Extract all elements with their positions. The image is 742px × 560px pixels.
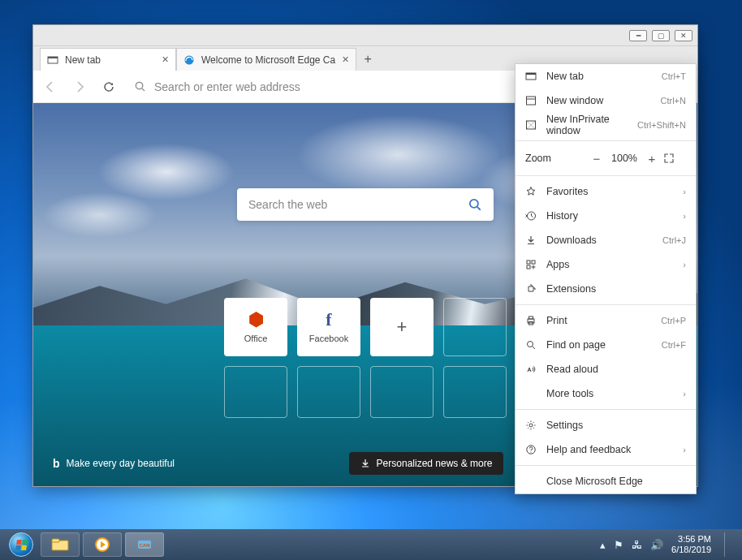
chevron-right-icon: › <box>683 187 686 196</box>
print-icon <box>525 315 538 326</box>
minimize-button[interactable]: ━ <box>629 30 647 41</box>
facebook-icon: f <box>326 311 331 329</box>
menu-new-window[interactable]: New window Ctrl+N <box>516 88 696 113</box>
window-titlebar: ━ ▢ ✕ <box>33 25 697 46</box>
close-window-button[interactable]: ✕ <box>675 30 692 41</box>
menu-apps[interactable]: Apps › <box>516 252 696 277</box>
tray-flag-icon[interactable]: ⚑ <box>614 539 623 551</box>
ntp-search-box[interactable]: Search the web <box>237 188 494 221</box>
office-icon: ⬢ <box>248 311 264 329</box>
menu-settings[interactable]: Settings <box>516 413 696 437</box>
bing-tagline: Make every day beautiful <box>67 458 175 469</box>
menu-find[interactable]: Find on page Ctrl+F <box>516 333 696 357</box>
zoom-out-button[interactable]: − <box>585 152 608 166</box>
tile-placeholder <box>443 298 507 356</box>
search-icon <box>468 197 482 212</box>
menu-zoom: Zoom − 100% + <box>516 144 696 172</box>
chevron-right-icon: › <box>683 445 686 454</box>
tile-placeholder <box>443 366 507 418</box>
maximize-button[interactable]: ▢ <box>652 30 670 41</box>
menu-more-tools[interactable]: More tools › <box>516 381 696 406</box>
history-icon <box>525 210 538 222</box>
clock-date: 6/18/2019 <box>671 545 711 555</box>
svg-point-12 <box>470 200 478 208</box>
taskbar: CAN ▴ ⚑ 🖧 🔊 3:56 PM 6/18/2019 <box>0 529 742 560</box>
show-desktop-button[interactable] <box>724 532 732 557</box>
tray-network-icon[interactable]: 🖧 <box>632 539 642 551</box>
svg-rect-1 <box>48 57 58 58</box>
bing-icon: b <box>53 457 60 470</box>
menu-read-aloud[interactable]: Read aloud <box>516 357 696 381</box>
address-placeholder: Search or enter web address <box>154 80 300 93</box>
tray-chevron-icon[interactable]: ▴ <box>600 539 606 551</box>
menu-inprivate[interactable]: New InPrivate window Ctrl+Shift+N <box>516 113 696 137</box>
svg-line-4 <box>142 88 145 91</box>
svg-rect-32 <box>52 539 59 542</box>
top-sites: ⬢ Office f Facebook + <box>224 298 507 418</box>
menu-history[interactable]: History › <box>516 204 696 228</box>
menu-new-tab[interactable]: New tab Ctrl+T <box>516 64 696 88</box>
start-button[interactable] <box>5 532 37 557</box>
back-button[interactable] <box>41 78 59 96</box>
new-tab-button[interactable]: + <box>356 48 379 71</box>
svg-rect-21 <box>532 261 535 264</box>
svg-rect-15 <box>526 73 536 75</box>
tab-label: Welcome to Microsoft Edge Ca <box>201 54 335 66</box>
address-bar[interactable]: Search or enter web address <box>129 80 559 93</box>
tile-add[interactable]: + <box>370 298 434 356</box>
news-label: Personalized news & more <box>377 458 493 469</box>
news-button[interactable]: Personalized news & more <box>349 452 504 475</box>
download-icon <box>525 235 538 246</box>
tile-label: Facebook <box>309 334 348 343</box>
read-aloud-icon <box>525 364 538 375</box>
tile-placeholder <box>297 366 360 418</box>
forward-button[interactable] <box>71 78 88 96</box>
chevron-right-icon: › <box>683 260 686 269</box>
svg-point-28 <box>529 424 533 427</box>
inprivate-icon <box>525 119 538 131</box>
refresh-button[interactable] <box>100 78 118 96</box>
tab-close-icon[interactable]: ✕ <box>342 54 349 65</box>
menu-favorites[interactable]: Favorites › <box>516 179 696 204</box>
tab-favicon-newtab-icon <box>47 54 58 66</box>
fullscreen-button[interactable] <box>663 153 686 164</box>
extensions-icon <box>525 283 538 295</box>
tile-placeholder <box>370 366 434 418</box>
svg-text:CAN: CAN <box>140 543 150 548</box>
svg-line-13 <box>477 207 481 210</box>
svg-point-30 <box>530 451 531 452</box>
download-icon <box>360 459 370 468</box>
search-placeholder: Search the web <box>248 198 327 211</box>
chevron-right-icon: › <box>683 211 686 221</box>
chevron-right-icon: › <box>683 389 686 398</box>
svg-rect-16 <box>527 97 536 105</box>
zoom-in-button[interactable]: + <box>641 152 663 166</box>
svg-line-27 <box>533 347 536 350</box>
gear-icon <box>525 420 538 431</box>
taskbar-mediaplayer[interactable] <box>83 532 122 557</box>
tab-favicon-edge-icon <box>183 54 195 66</box>
plus-icon: + <box>397 318 408 336</box>
star-icon <box>525 186 538 197</box>
menu-print[interactable]: Print Ctrl+P <box>516 308 696 333</box>
tab-welcome[interactable]: Welcome to Microsoft Edge Ca ✕ <box>176 48 356 71</box>
bing-attribution[interactable]: b Make every day beautiful <box>53 457 175 470</box>
tile-facebook[interactable]: f Facebook <box>297 298 360 356</box>
taskbar-edge-canary[interactable]: CAN <box>125 532 164 557</box>
svg-rect-22 <box>527 265 530 269</box>
menu-downloads[interactable]: Downloads Ctrl+J <box>516 228 696 252</box>
taskbar-explorer[interactable] <box>41 532 80 557</box>
tile-label: Office <box>244 334 268 343</box>
menu-extensions[interactable]: Extensions <box>516 277 696 301</box>
svg-rect-24 <box>529 317 533 319</box>
tray-sound-icon[interactable]: 🔊 <box>650 539 663 551</box>
menu-close-edge[interactable]: Close Microsoft Edge <box>516 469 696 493</box>
tile-office[interactable]: ⬢ Office <box>224 298 287 356</box>
svg-point-26 <box>528 342 533 347</box>
tab-close-icon[interactable]: ✕ <box>162 54 169 65</box>
new-window-icon <box>525 95 538 106</box>
tab-label: New tab <box>65 54 101 66</box>
tab-new-tab[interactable]: New tab ✕ <box>40 48 176 71</box>
taskbar-clock[interactable]: 3:56 PM 6/18/2019 <box>671 534 711 555</box>
menu-help[interactable]: Help and feedback › <box>516 437 696 462</box>
